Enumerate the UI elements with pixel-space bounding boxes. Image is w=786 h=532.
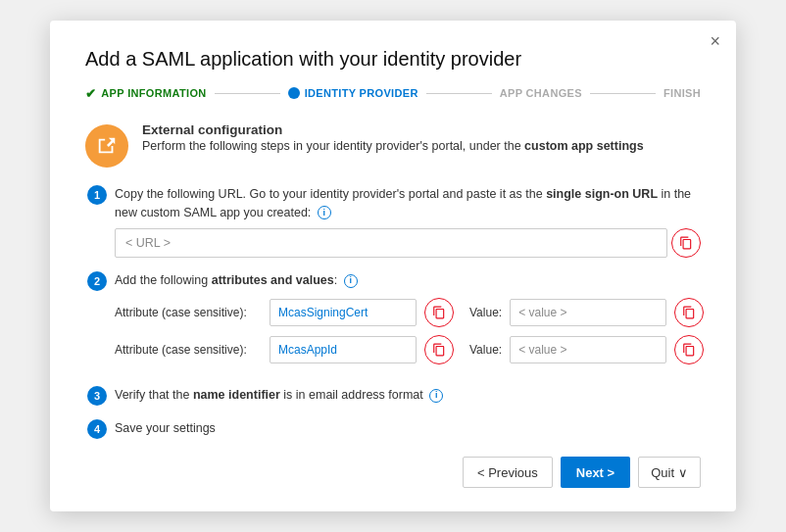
step-finish-label: FINISH — [663, 87, 701, 99]
copy-icon — [432, 306, 446, 319]
ext-subtitle-bold: custom app settings — [524, 139, 644, 153]
ext-icon-container — [85, 124, 128, 168]
copy-url-button[interactable] — [671, 228, 701, 258]
step-1-num: 1 — [87, 185, 107, 205]
instruction-step-4: 4 Save your settings — [85, 419, 701, 439]
attr-label-2: Attribute (case sensitive): — [115, 343, 262, 357]
copy-icon — [432, 343, 446, 357]
copy-val-1-button[interactable] — [674, 298, 704, 327]
copy-val-2-button[interactable] — [674, 335, 704, 364]
step-app-info: ✔ APP INFORMATION — [85, 86, 207, 101]
copy-icon — [682, 306, 696, 319]
copy-attr-2-button[interactable] — [424, 335, 454, 364]
step-4-desc: Save your settings — [115, 419, 701, 438]
step-1-content: Copy the following URL. Go to your ident… — [115, 185, 701, 259]
info-icon-3[interactable]: i — [429, 389, 443, 403]
step-1-row: 1 Copy the following URL. Go to your ide… — [87, 185, 701, 259]
instruction-step-1: 1 Copy the following URL. Go to your ide… — [85, 185, 701, 259]
copy-attr-1-button[interactable] — [424, 298, 454, 327]
dialog-footer: < Previous Next > Quit ∨ — [85, 457, 701, 488]
step-3-num: 3 — [87, 386, 107, 406]
instruction-step-2: 2 Add the following attributes and value… — [85, 271, 701, 372]
attribute-row-1: Attribute (case sensitive): Value: — [115, 298, 704, 327]
step-3-after: is in email address format — [280, 388, 423, 402]
info-icon-1[interactable]: i — [318, 206, 331, 219]
close-button[interactable]: × — [710, 32, 720, 50]
steps-bar: ✔ APP INFORMATION IDENTITY PROVIDER APP … — [85, 86, 701, 101]
step-3-before: Verify that the — [115, 388, 193, 402]
step-2-bold: attributes and values — [212, 273, 334, 287]
quit-caret-icon: ∨ — [678, 465, 688, 480]
ext-config-subtitle: Perform the following steps in your iden… — [142, 139, 644, 153]
step-dot-2 — [288, 87, 300, 99]
step-line-2 — [426, 93, 492, 94]
attr-label-1: Attribute (case sensitive): — [115, 306, 262, 319]
step-check-icon: ✔ — [85, 86, 96, 101]
step-4-num: 4 — [87, 419, 107, 439]
step-identity-label: IDENTITY PROVIDER — [305, 87, 418, 99]
step-3-content: Verify that the name identifier is in em… — [115, 386, 701, 405]
url-input[interactable] — [115, 228, 667, 258]
ext-config-text: External configuration Perform the follo… — [142, 122, 644, 153]
step-line-1 — [215, 93, 280, 94]
step-2-desc: Add the following attributes and values:… — [115, 271, 704, 290]
step-app-changes-label: APP CHANGES — [500, 87, 582, 99]
previous-button[interactable]: < Previous — [463, 457, 553, 488]
step-identity-provider: IDENTITY PROVIDER — [288, 87, 418, 99]
step-finish: FINISH — [663, 87, 701, 99]
step-1-bold: single sign-on URL — [546, 187, 658, 201]
step-line-3 — [590, 93, 656, 94]
step-4-text: Save your settings — [115, 421, 216, 435]
attr-input-1[interactable] — [270, 299, 417, 326]
step-2-row: 2 Add the following attributes and value… — [87, 271, 701, 372]
info-icon-2[interactable]: i — [344, 274, 358, 288]
val-label-1: Value: — [469, 306, 502, 319]
attributes-section: Attribute (case sensitive): Value: — [115, 298, 704, 364]
quit-button[interactable]: Quit ∨ — [638, 457, 701, 488]
step-3-desc: Verify that the name identifier is in em… — [115, 386, 701, 405]
ext-subtitle-before: Perform the following steps in your iden… — [142, 139, 524, 153]
attr-input-2[interactable] — [270, 336, 417, 363]
step-3-row: 3 Verify that the name identifier is in … — [87, 386, 701, 406]
val-label-2: Value: — [469, 343, 502, 357]
url-row — [115, 228, 701, 258]
ext-config-title: External configuration — [142, 122, 644, 137]
attribute-row-2: Attribute (case sensitive): Value: — [115, 335, 704, 364]
step-4-content: Save your settings — [115, 419, 701, 438]
step-4-row: 4 Save your settings — [87, 419, 701, 439]
step-2-content: Add the following attributes and values:… — [115, 271, 704, 372]
step-app-info-label: APP INFORMATION — [101, 87, 206, 99]
quit-label: Quit — [651, 465, 674, 480]
saml-dialog: × Add a SAML application with your ident… — [50, 21, 736, 511]
dialog-title: Add a SAML application with your identit… — [85, 48, 701, 71]
instruction-step-3: 3 Verify that the name identifier is in … — [85, 386, 701, 406]
external-link-icon — [96, 135, 118, 157]
external-config-header: External configuration Perform the follo… — [85, 122, 701, 168]
val-input-2[interactable] — [510, 336, 666, 363]
step-1-desc: Copy the following URL. Go to your ident… — [115, 185, 701, 222]
step-2-before: Add the following — [115, 273, 212, 287]
next-button[interactable]: Next > — [561, 457, 630, 488]
copy-icon — [682, 343, 696, 357]
step-3-bold: name identifier — [193, 388, 280, 402]
step-app-changes: APP CHANGES — [500, 87, 582, 99]
step-2-num: 2 — [87, 271, 107, 291]
step-2-after: : — [334, 273, 337, 287]
val-input-1[interactable] — [510, 299, 666, 326]
step-1-before: Copy the following URL. Go to your ident… — [115, 187, 546, 201]
copy-icon — [679, 236, 693, 250]
